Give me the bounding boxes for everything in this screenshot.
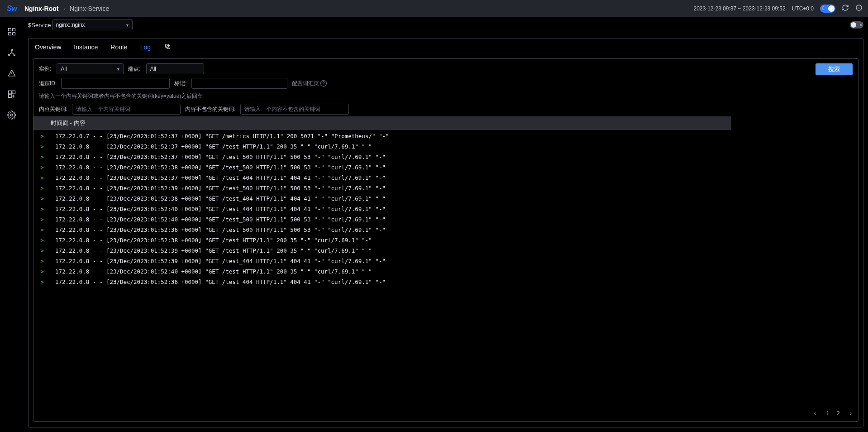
instance-select-value: All xyxy=(61,66,67,72)
tags-input[interactable] xyxy=(191,78,287,89)
svg-rect-12 xyxy=(9,91,12,94)
copy-icon[interactable] xyxy=(164,43,171,51)
log-row[interactable]: >172.22.0.8 - - [23/Dec/2023:01:52:40 +0… xyxy=(33,214,858,225)
nav-dashboard-icon[interactable] xyxy=(0,27,24,36)
log-row[interactable]: >172.22.0.8 - - [23/Dec/2023:01:52:37 +0… xyxy=(33,152,858,162)
endpoint-select[interactable]: All xyxy=(146,63,204,74)
log-content: 172.22.0.8 - - [23/Dec/2023:01:52:36 +00… xyxy=(55,226,386,233)
log-row[interactable]: >172.22.0.8 - - [23/Dec/2023:01:52:38 +0… xyxy=(33,162,858,173)
log-list[interactable]: >172.22.0.7 - - [23/Dec/2023:01:52:37 +0… xyxy=(33,131,858,405)
log-row[interactable]: >172.22.0.8 - - [23/Dec/2023:01:52:39 +0… xyxy=(33,256,858,266)
log-row[interactable]: >172.22.0.7 - - [23/Dec/2023:01:52:37 +0… xyxy=(33,131,858,141)
expand-icon[interactable]: > xyxy=(40,226,44,233)
nav-topology-icon[interactable] xyxy=(0,48,24,57)
log-row[interactable]: >172.22.0.8 - - [23/Dec/2023:01:52:36 +0… xyxy=(33,277,858,287)
page-prev-icon[interactable]: ‹ xyxy=(814,410,816,417)
info-icon[interactable] xyxy=(855,4,863,13)
tab-overview[interactable]: Overview xyxy=(35,43,61,51)
expand-icon[interactable]: > xyxy=(40,174,44,181)
log-row[interactable]: >172.22.0.8 - - [23/Dec/2023:01:52:37 +0… xyxy=(33,141,858,152)
table-header-label: 时间戳 - 内容 xyxy=(51,119,86,127)
trace-id-input[interactable] xyxy=(61,78,170,89)
breadcrumb-leaf[interactable]: Nginx-Service xyxy=(70,5,109,12)
instance-label: 实例: xyxy=(39,65,51,73)
expand-icon[interactable]: > xyxy=(40,247,44,254)
moon-icon: ☾ xyxy=(821,5,826,11)
expand-icon[interactable]: > xyxy=(40,206,44,212)
log-row[interactable]: >172.22.0.8 - - [23/Dec/2023:01:52:39 +0… xyxy=(33,183,858,193)
service-select-value: nginx::nginx xyxy=(56,22,85,28)
svg-rect-13 xyxy=(12,91,15,94)
page-next-icon[interactable]: › xyxy=(850,410,852,417)
log-row[interactable]: >172.22.0.8 - - [23/Dec/2023:01:52:40 +0… xyxy=(33,204,858,214)
app-logo[interactable]: Sw xyxy=(4,4,20,13)
expand-icon[interactable]: > xyxy=(40,268,44,275)
log-row[interactable]: >172.22.0.8 - - [23/Dec/2023:01:52:38 +0… xyxy=(33,193,858,204)
log-content: 172.22.0.8 - - [23/Dec/2023:01:52:39 +00… xyxy=(55,247,372,254)
breadcrumb: Nginx-Root › Nginx-Service xyxy=(24,5,109,12)
svg-point-7 xyxy=(11,49,12,51)
log-row[interactable]: >172.22.0.8 - - [23/Dec/2023:01:52:37 +0… xyxy=(33,173,858,183)
include-keyword-label: 内容关键词: xyxy=(39,106,67,113)
log-card: 搜索 实例: All ▾ 端点: All 追踪ID: 标记: 配置词汇页? xyxy=(33,58,858,422)
main-panel: Overview Instance Route Log 搜索 实例: All ▾… xyxy=(28,38,863,427)
expand-icon[interactable]: > xyxy=(40,258,44,264)
expand-icon[interactable]: > xyxy=(40,154,44,160)
refresh-icon[interactable] xyxy=(842,4,849,13)
expand-icon[interactable]: > xyxy=(40,216,44,223)
breadcrumb-separator: › xyxy=(63,5,65,12)
exclude-keyword-label: 内容不包含的关键词: xyxy=(185,106,235,113)
service-select[interactable]: nginx::nginx ▾ xyxy=(52,19,133,30)
log-content: 172.22.0.7 - - [23/Dec/2023:01:52:37 +00… xyxy=(55,133,389,139)
log-content: 172.22.0.8 - - [23/Dec/2023:01:52:38 +00… xyxy=(55,195,386,202)
expand-icon[interactable]: > xyxy=(40,143,44,150)
chevron-down-icon: ▾ xyxy=(117,67,119,72)
tags-label: 标记: xyxy=(174,80,186,87)
nav-widgets-icon[interactable] xyxy=(0,90,24,99)
service-bar: $Service nginx::nginx ▾ V xyxy=(24,17,868,33)
theme-toggle[interactable]: ☾ xyxy=(820,5,835,13)
page-number[interactable]: 2 xyxy=(836,410,839,417)
search-button[interactable]: 搜索 xyxy=(816,63,853,75)
pagination: ‹ 12 › xyxy=(33,405,858,421)
log-content: 172.22.0.8 - - [23/Dec/2023:01:52:40 +00… xyxy=(55,206,386,212)
log-row[interactable]: >172.22.0.8 - - [23/Dec/2023:01:52:40 +0… xyxy=(33,266,858,277)
side-rail xyxy=(0,17,24,432)
nav-alarm-icon[interactable] xyxy=(0,69,24,78)
expand-icon[interactable]: > xyxy=(40,164,44,171)
exclude-keyword-input[interactable] xyxy=(240,104,349,115)
help-icon[interactable]: ? xyxy=(320,80,327,86)
keyword-hint: 请输入一个内容关键词或者内容不包含的关键词(key=value)之后回车 xyxy=(39,92,203,100)
expand-icon[interactable]: > xyxy=(40,185,44,192)
breadcrumb-root[interactable]: Nginx-Root xyxy=(24,5,58,12)
endpoint-select-value: All xyxy=(150,66,156,72)
instance-select[interactable]: All ▾ xyxy=(57,63,124,74)
nav-settings-icon[interactable] xyxy=(0,110,24,120)
tab-route[interactable]: Route xyxy=(110,43,127,51)
tags-hint[interactable]: 配置词汇页? xyxy=(292,80,327,87)
log-content: 172.22.0.8 - - [23/Dec/2023:01:52:36 +00… xyxy=(55,278,386,285)
tab-bar: Overview Instance Route Log xyxy=(29,38,863,56)
expand-icon[interactable]: > xyxy=(40,195,44,202)
svg-rect-14 xyxy=(9,95,12,98)
time-range[interactable]: 2023-12-23 09:37 ~ 2023-12-23 09:52 xyxy=(693,5,785,12)
edit-mode-toggle[interactable]: V xyxy=(850,21,863,29)
log-content: 172.22.0.8 - - [23/Dec/2023:01:52:40 +00… xyxy=(55,216,386,223)
expand-icon[interactable]: > xyxy=(40,133,44,139)
expand-icon[interactable]: > xyxy=(40,237,44,244)
table-header: 时间戳 - 内容 xyxy=(33,116,731,130)
svg-rect-4 xyxy=(13,29,15,31)
log-content: 172.22.0.8 - - [23/Dec/2023:01:52:37 +00… xyxy=(55,143,372,150)
timezone-label[interactable]: UTC+0:0 xyxy=(792,5,814,12)
endpoint-label: 端点: xyxy=(128,65,140,73)
log-row[interactable]: >172.22.0.8 - - [23/Dec/2023:01:52:36 +0… xyxy=(33,225,858,235)
expand-icon[interactable]: > xyxy=(40,278,44,285)
tab-instance[interactable]: Instance xyxy=(74,43,98,51)
page-number[interactable]: 1 xyxy=(826,410,829,417)
log-content: 172.22.0.8 - - [23/Dec/2023:01:52:38 +00… xyxy=(55,237,372,244)
include-keyword-input[interactable] xyxy=(72,104,181,115)
log-row[interactable]: >172.22.0.8 - - [23/Dec/2023:01:52:38 +0… xyxy=(33,235,858,245)
svg-rect-3 xyxy=(9,29,11,31)
log-row[interactable]: >172.22.0.8 - - [23/Dec/2023:01:52:39 +0… xyxy=(33,245,858,256)
tab-log[interactable]: Log xyxy=(140,43,151,51)
